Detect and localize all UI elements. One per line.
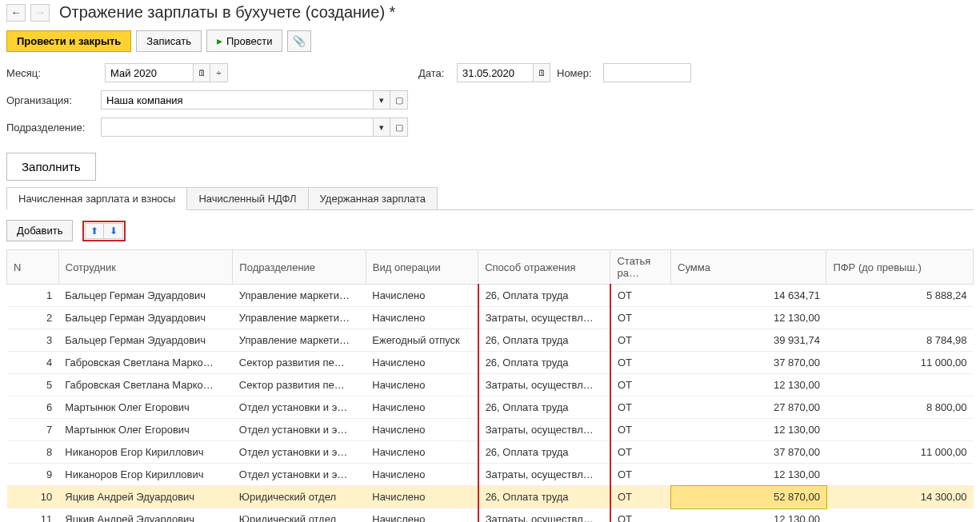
cell-op[interactable]: Начислено bbox=[366, 352, 478, 374]
month-calendar-icon[interactable]: 🗓 bbox=[193, 63, 210, 82]
cell-ref[interactable]: 26, Оплата труда bbox=[478, 486, 610, 508]
tab-accrued-salary[interactable]: Начисленная зарплата и взносы bbox=[6, 187, 187, 210]
cell-sum[interactable]: 12 130,00 bbox=[671, 374, 826, 396]
cell-art[interactable]: ОТ bbox=[610, 419, 671, 441]
table-row[interactable]: 11Яцкив Андрей ЭдуардовичЮридический отд… bbox=[7, 508, 974, 523]
cell-op[interactable]: Начислено bbox=[366, 486, 478, 508]
cell-op[interactable]: Начислено bbox=[366, 285, 478, 307]
date-input[interactable] bbox=[457, 63, 533, 82]
cell-dep[interactable]: Юридический отдел bbox=[233, 508, 366, 523]
cell-dep[interactable]: Управление маркети… bbox=[233, 329, 366, 352]
cell-n[interactable]: 2 bbox=[7, 307, 59, 329]
col-employee-header[interactable]: Сотрудник bbox=[58, 250, 233, 285]
cell-op[interactable]: Начислено bbox=[366, 374, 478, 396]
date-calendar-icon[interactable]: 🗓 bbox=[533, 63, 550, 82]
col-operation-header[interactable]: Вид операции bbox=[366, 250, 478, 285]
cell-sum[interactable]: 37 870,00 bbox=[671, 352, 826, 374]
cell-ref[interactable]: 26, Оплата труда bbox=[478, 285, 610, 307]
cell-emp[interactable]: Никаноров Егор Кириллович bbox=[58, 441, 233, 464]
org-open-icon[interactable]: ▢ bbox=[390, 90, 408, 110]
cell-op[interactable]: Начислено bbox=[366, 508, 478, 523]
move-down-button[interactable]: ⬇ bbox=[104, 223, 123, 239]
cell-n[interactable]: 10 bbox=[7, 486, 59, 508]
table-row[interactable]: 2Бальцер Герман ЭдуардовичУправление мар… bbox=[7, 307, 974, 329]
subdiv-open-icon[interactable]: ▢ bbox=[390, 118, 408, 137]
cell-art[interactable]: ОТ bbox=[610, 396, 671, 419]
table-row[interactable]: 6Мартынюк Олег ЕгоровичОтдел установки и… bbox=[7, 396, 974, 419]
move-up-button[interactable]: ⬆ bbox=[85, 223, 104, 239]
cell-n[interactable]: 6 bbox=[7, 396, 59, 419]
month-spinner-icon[interactable]: ÷ bbox=[210, 63, 228, 82]
cell-op[interactable]: Начислено bbox=[366, 396, 478, 419]
cell-dep[interactable]: Отдел установки и э… bbox=[233, 396, 366, 419]
cell-ref[interactable]: Затраты, осуществл… bbox=[478, 508, 610, 523]
cell-n[interactable]: 1 bbox=[7, 285, 59, 307]
col-article-header[interactable]: Статья ра… bbox=[610, 250, 671, 285]
cell-dep[interactable]: Сектор развития пе… bbox=[233, 352, 366, 374]
cell-dep[interactable]: Юридический отдел bbox=[233, 486, 366, 508]
cell-n[interactable]: 5 bbox=[7, 374, 59, 396]
cell-pfr[interactable]: 8 800,00 bbox=[826, 396, 974, 419]
cell-dep[interactable]: Отдел установки и э… bbox=[233, 419, 366, 441]
cell-sum[interactable]: 39 931,74 bbox=[671, 329, 826, 352]
cell-emp[interactable]: Мартынюк Олег Егорович bbox=[58, 396, 233, 419]
cell-sum[interactable]: 12 130,00 bbox=[671, 508, 826, 523]
cell-pfr[interactable] bbox=[826, 307, 974, 329]
nav-back-button[interactable]: ← bbox=[6, 4, 26, 22]
cell-art[interactable]: ОТ bbox=[610, 464, 671, 486]
cell-emp[interactable]: Бальцер Герман Эдуардович bbox=[58, 329, 233, 352]
cell-dep[interactable]: Управление маркети… bbox=[233, 285, 366, 307]
table-row[interactable]: 1Бальцер Герман ЭдуардовичУправление мар… bbox=[7, 285, 974, 307]
attach-button[interactable]: 📎 bbox=[287, 30, 311, 52]
cell-ref[interactable]: 26, Оплата труда bbox=[478, 352, 610, 374]
cell-dep[interactable]: Сектор развития пе… bbox=[233, 374, 366, 396]
subdiv-dropdown-icon[interactable]: ▾ bbox=[373, 118, 390, 137]
cell-dep[interactable]: Отдел установки и э… bbox=[233, 464, 366, 486]
cell-dep[interactable]: Отдел установки и э… bbox=[233, 441, 366, 464]
cell-n[interactable]: 11 bbox=[7, 508, 59, 523]
cell-sum[interactable]: 27 870,00 bbox=[671, 396, 826, 419]
fill-button[interactable]: Заполнить bbox=[6, 153, 96, 181]
save-button[interactable]: Записать bbox=[136, 30, 202, 52]
cell-sum[interactable]: 12 130,00 bbox=[671, 419, 826, 441]
cell-n[interactable]: 7 bbox=[7, 419, 59, 441]
cell-emp[interactable]: Яцкив Андрей Эдуардович bbox=[58, 486, 233, 508]
cell-sum[interactable]: 14 634,71 bbox=[671, 285, 826, 307]
cell-emp[interactable]: Бальцер Герман Эдуардович bbox=[58, 307, 233, 329]
cell-emp[interactable]: Габровская Светлана Марко… bbox=[58, 374, 233, 396]
col-n-header[interactable]: N bbox=[7, 250, 59, 285]
cell-pfr[interactable]: 14 300,00 bbox=[826, 486, 974, 508]
month-input[interactable] bbox=[105, 63, 193, 82]
cell-ref[interactable]: Затраты, осуществл… bbox=[478, 374, 610, 396]
cell-n[interactable]: 9 bbox=[7, 464, 59, 486]
table-row[interactable]: 10Яцкив Андрей ЭдуардовичЮридический отд… bbox=[7, 486, 974, 508]
cell-ref[interactable]: Затраты, осуществл… bbox=[478, 419, 610, 441]
nav-forward-button[interactable]: → bbox=[30, 4, 50, 22]
col-pfr-header[interactable]: ПФР (до превыш.) bbox=[826, 250, 974, 285]
cell-sum[interactable]: 52 870,00 bbox=[671, 486, 826, 508]
cell-sum[interactable]: 37 870,00 bbox=[671, 441, 826, 464]
table-row[interactable]: 9Никаноров Егор КирилловичОтдел установк… bbox=[7, 464, 974, 486]
table-row[interactable]: 5Габровская Светлана Марко…Сектор развит… bbox=[7, 374, 974, 396]
cell-ref[interactable]: 26, Оплата труда bbox=[478, 441, 610, 464]
cell-sum[interactable]: 12 130,00 bbox=[671, 307, 826, 329]
cell-pfr[interactable] bbox=[826, 419, 974, 441]
cell-art[interactable]: ОТ bbox=[610, 352, 671, 374]
post-and-close-button[interactable]: Провести и закрыть bbox=[6, 30, 131, 52]
cell-n[interactable]: 8 bbox=[7, 441, 59, 464]
cell-art[interactable]: ОТ bbox=[610, 329, 671, 352]
cell-dep[interactable]: Управление маркети… bbox=[233, 307, 366, 329]
cell-emp[interactable]: Никаноров Егор Кириллович bbox=[58, 464, 233, 486]
cell-ref[interactable]: Затраты, осуществл… bbox=[478, 307, 610, 329]
cell-op[interactable]: Начислено bbox=[366, 307, 478, 329]
cell-ref[interactable]: Затраты, осуществл… bbox=[478, 464, 610, 486]
cell-n[interactable]: 4 bbox=[7, 352, 59, 374]
cell-art[interactable]: ОТ bbox=[610, 307, 671, 329]
add-row-button[interactable]: Добавить bbox=[6, 220, 73, 241]
cell-op[interactable]: Ежегодный отпуск bbox=[366, 329, 478, 352]
subdiv-input[interactable] bbox=[101, 118, 373, 137]
table-row[interactable]: 4Габровская Светлана Марко…Сектор развит… bbox=[7, 352, 974, 374]
cell-art[interactable]: ОТ bbox=[610, 285, 671, 307]
cell-pfr[interactable]: 8 784,98 bbox=[826, 329, 974, 352]
cell-emp[interactable]: Габровская Светлана Марко… bbox=[58, 352, 233, 374]
